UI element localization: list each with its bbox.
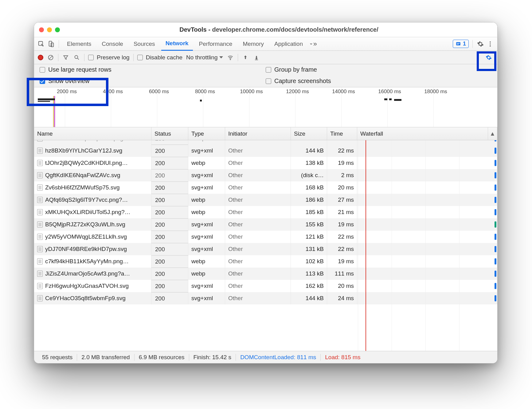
- cell-size: 185 kB: [291, 206, 327, 218]
- large-rows-checkbox[interactable]: Use large request rows: [40, 66, 266, 73]
- cell-waterfall: [357, 206, 497, 218]
- table-row[interactable]: c7kf94kHB11kK5AyYyMn.png…200webpOther102…: [34, 255, 497, 268]
- clear-icon[interactable]: [47, 54, 54, 61]
- col-waterfall[interactable]: Waterfall: [357, 127, 488, 140]
- cell-size: 138 kB: [291, 157, 327, 169]
- cell-type: webp: [188, 255, 225, 268]
- cell-size: 186 kB: [291, 194, 327, 206]
- tab-elements[interactable]: Elements: [63, 37, 96, 51]
- cell-status: 200: [151, 255, 188, 268]
- cell-status: 200: [151, 194, 188, 206]
- cell-name: FzH6gwuHgXuGnasATVOH.svg: [34, 280, 151, 292]
- table-row[interactable]: HasThd7GxWIipe3q IASh.png…200webpOther12…: [34, 140, 497, 145]
- status-transferred: 2.0 MB transferred: [77, 354, 134, 361]
- table-row[interactable]: yDJ70NF49BREe9kHD7pw.svg200svg+xmlOther1…: [34, 243, 497, 255]
- cell-waterfall: [357, 218, 497, 231]
- tab-memory[interactable]: Memory: [238, 37, 268, 51]
- waterfall-bar: [495, 209, 496, 215]
- cell-type: webp: [188, 268, 225, 280]
- col-status[interactable]: Status: [151, 127, 188, 140]
- cell-time: 21 ms: [327, 206, 357, 218]
- tab-performance[interactable]: Performance: [195, 37, 237, 51]
- cell-time: 25 ms: [327, 140, 357, 145]
- cell-initiator: Other: [225, 231, 291, 243]
- cell-waterfall: [357, 255, 497, 268]
- cell-size: 102 kB: [291, 255, 327, 268]
- cell-initiator: Other: [225, 169, 291, 181]
- table-row[interactable]: FzH6gwuHgXuGnasATVOH.svg200svg+xmlOther1…: [34, 280, 497, 292]
- table-row[interactable]: Zv6sbHi6fZfZMWufSp75.svg200svg+xmlOther1…: [34, 181, 497, 194]
- network-conditions-icon[interactable]: [227, 54, 234, 61]
- table-row[interactable]: B5QMjpRJZ72xKQ3uWLlh.svg200svg+xmlOther1…: [34, 218, 497, 231]
- cell-size: 162 kB: [291, 280, 327, 292]
- table-row[interactable]: xMKUHQxXLiRDiiUTol5J.png?…200webpOther18…: [34, 206, 497, 218]
- cell-time: 19 ms: [327, 218, 357, 231]
- show-overview-checkbox[interactable]: Show overview: [40, 77, 266, 85]
- table-row[interactable]: QgftKdIKE6NqaFwlZAVc.svg200svg+xmlOther(…: [34, 169, 497, 181]
- issues-badge[interactable]: 1: [453, 40, 469, 48]
- cell-waterfall: [357, 280, 497, 292]
- cell-name: HasThd7GxWIipe3q IASh.png…: [34, 140, 151, 145]
- svg-rect-12: [255, 59, 258, 60]
- titlebar: DevTools - developer.chrome.com/docs/dev…: [34, 22, 497, 37]
- tab-network[interactable]: Network: [161, 37, 193, 51]
- table-header: Name Status Type Initiator Size Time Wat…: [34, 127, 497, 140]
- minimize-window-icon[interactable]: [47, 27, 52, 32]
- network-settings-icon[interactable]: [484, 53, 494, 62]
- cell-initiator: Other: [225, 206, 291, 218]
- tab-sources[interactable]: Sources: [129, 37, 159, 51]
- throttling-dropdown[interactable]: No throttling: [186, 54, 223, 61]
- device-toggle-icon[interactable]: [47, 40, 55, 48]
- overview-timeline[interactable]: 2000 ms4000 ms6000 ms8000 ms10000 ms1200…: [34, 87, 497, 127]
- cell-initiator: Other: [225, 268, 291, 280]
- tab-application[interactable]: Application: [270, 37, 307, 51]
- file-icon: [37, 140, 43, 141]
- capture-screenshots-checkbox[interactable]: Capture screenshots: [266, 77, 492, 85]
- cell-time: 19 ms: [327, 157, 357, 169]
- table-row[interactable]: tJOhr2jBQWy2CdKHDlUl.png…200webpOther138…: [34, 157, 497, 169]
- preserve-log-checkbox[interactable]: Preserve log: [88, 54, 130, 61]
- col-initiator[interactable]: Initiator: [225, 127, 291, 140]
- zoom-window-icon[interactable]: [55, 27, 60, 32]
- group-by-frame-checkbox[interactable]: Group by frame: [266, 66, 492, 73]
- request-table[interactable]: HasThd7GxWIipe3q IASh.png…200webpOther12…: [34, 140, 497, 351]
- cell-initiator: Other: [225, 181, 291, 194]
- cell-name: c7kf94kHB11kK5AyYyMn.png…: [34, 255, 151, 268]
- cell-size: 121 kB: [291, 231, 327, 243]
- cell-name: yDJ70NF49BREe9kHD7pw.svg: [34, 243, 151, 255]
- file-icon: [37, 172, 43, 178]
- close-window-icon[interactable]: [39, 27, 44, 32]
- cell-initiator: Other: [225, 157, 291, 169]
- file-icon: [37, 160, 43, 166]
- status-finish: Finish: 15.42 s: [189, 354, 236, 361]
- record-button[interactable]: [38, 55, 43, 60]
- separator: [58, 54, 58, 61]
- col-type[interactable]: Type: [188, 127, 225, 140]
- col-name[interactable]: Name: [34, 127, 151, 140]
- devtools-window: DevTools - developer.chrome.com/docs/dev…: [34, 22, 498, 363]
- table-row[interactable]: AQfq69qS2Ig6lT9Y7vcc.png?…200webpOther18…: [34, 194, 497, 206]
- col-size[interactable]: Size: [291, 127, 327, 140]
- kebab-menu-icon[interactable]: [486, 40, 494, 48]
- file-icon: [37, 221, 43, 228]
- waterfall-bar: [495, 160, 496, 166]
- cell-initiator: Other: [225, 280, 291, 292]
- filter-icon[interactable]: [62, 54, 69, 61]
- table-row[interactable]: JiZisZ4UmarOjo5cAwf3.png?a…200webpOther1…: [34, 268, 497, 280]
- inspect-icon[interactable]: [37, 40, 45, 48]
- search-icon[interactable]: [73, 54, 80, 61]
- download-har-icon[interactable]: [253, 54, 260, 61]
- table-row[interactable]: y2W5yVOMWqgL8ZE1Lklh.svg200svg+xmlOther1…: [34, 231, 497, 243]
- table-row[interactable]: hz8BXb9YlYLhCGarY12J.svg200svg+xmlOther1…: [34, 145, 497, 157]
- disable-cache-checkbox[interactable]: Disable cache: [137, 54, 182, 61]
- table-row[interactable]: Ce9YHacO35q8t5wbmFp9.svg200svg+xmlOther1…: [34, 292, 497, 304]
- group-by-frame-label: Group by frame: [274, 66, 317, 73]
- cell-status: 200: [151, 243, 188, 255]
- upload-har-icon[interactable]: [242, 54, 249, 61]
- more-tabs-icon[interactable]: »: [309, 40, 317, 48]
- tab-console[interactable]: Console: [97, 37, 127, 51]
- title-prefix: DevTools -: [179, 26, 212, 33]
- settings-gear-icon[interactable]: [476, 40, 484, 48]
- waterfall-bar: [495, 246, 496, 252]
- col-time[interactable]: Time: [327, 127, 357, 140]
